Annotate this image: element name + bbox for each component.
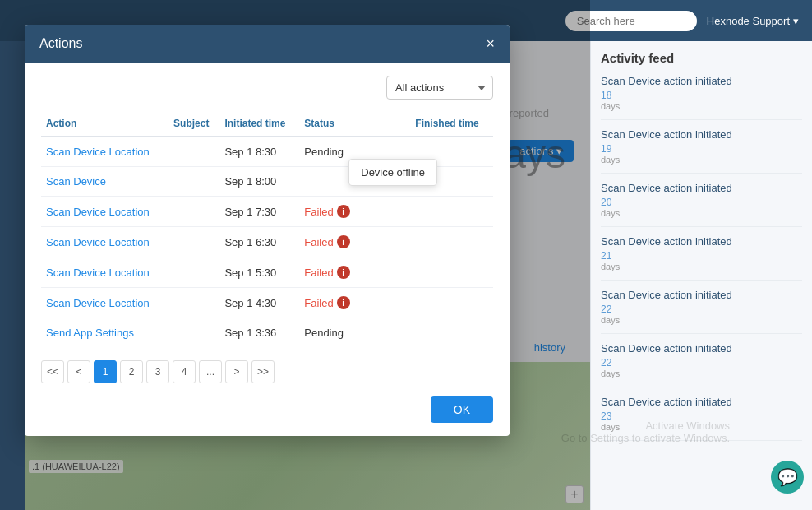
user-menu[interactable]: Hexnode Support ▾ xyxy=(707,15,799,27)
modal-title: Actions xyxy=(39,36,82,51)
user-label: Hexnode Support xyxy=(707,15,790,27)
activity-time: 21 days xyxy=(601,249,802,271)
cell-subject xyxy=(168,167,219,197)
cell-action: Scan Device Location xyxy=(41,288,168,318)
cell-action: Scan Device Location xyxy=(41,197,168,227)
activity-action-label: Scan Device action initiated xyxy=(601,182,802,194)
activity-days-unit: days xyxy=(601,369,802,378)
table-row: Scan Device LocationSep 1 4:30Failed i xyxy=(41,288,493,318)
activity-items-list: Scan Device action initiated18 daysScan … xyxy=(601,75,802,441)
device-offline-tooltip: Device offline xyxy=(348,159,437,186)
activity-action-label: Scan Device action initiated xyxy=(601,128,802,141)
activity-time: 19 days xyxy=(601,142,802,165)
table-row: Scan DeviceSep 1 8:00Device offline xyxy=(41,167,493,197)
activity-time: 20 days xyxy=(601,196,802,218)
cell-initiated: Sep 1 6:30 xyxy=(219,227,299,257)
cell-initiated: Sep 1 5:30 xyxy=(219,257,299,288)
col-subject: Subject xyxy=(168,111,219,137)
activity-action-label: Scan Device action initiated xyxy=(601,75,802,87)
activity-time: 22 days xyxy=(601,356,802,378)
page-3-button[interactable]: 3 xyxy=(146,360,169,383)
cell-subject xyxy=(168,197,219,227)
cell-subject xyxy=(168,227,219,257)
info-icon[interactable]: i xyxy=(337,235,350,248)
cell-initiated: Sep 1 8:00 xyxy=(219,167,299,197)
cell-action: Scan Device Location xyxy=(41,227,168,257)
cell-status: Pending xyxy=(299,318,410,348)
status-failed: Failed i xyxy=(304,266,405,279)
activity-days-unit: days xyxy=(601,208,802,218)
cell-finished xyxy=(410,257,493,288)
status-failed: Failed i xyxy=(304,205,405,218)
activity-item: Scan Device action initiated19 days xyxy=(601,128,802,174)
table-row: Scan Device LocationSep 1 7:30Failed i xyxy=(41,197,493,227)
col-initiated: Initiated time xyxy=(219,111,299,137)
cell-action: Scan Device xyxy=(41,167,168,197)
cell-status: Failed i xyxy=(299,227,410,257)
page-1-button[interactable]: 1 xyxy=(94,360,117,383)
cell-finished xyxy=(410,318,493,348)
filter-select[interactable]: All actionsPendingFailedCompleted xyxy=(386,76,493,100)
info-icon[interactable]: i xyxy=(337,296,350,309)
page-next-button[interactable]: > xyxy=(225,360,248,383)
activity-days-value: 20 xyxy=(601,197,611,208)
cell-subject xyxy=(168,318,219,348)
status-failed: Failed i xyxy=(304,296,405,309)
cell-subject xyxy=(168,288,219,318)
ok-button[interactable]: OK xyxy=(431,396,493,423)
modal-footer: OK xyxy=(25,396,510,436)
activity-item: Scan Device action initiated22 days xyxy=(601,342,802,387)
cell-action: Send App Settings xyxy=(41,318,168,348)
cell-status: Failed i xyxy=(299,197,410,227)
cell-initiated: Sep 1 3:36 xyxy=(219,318,299,348)
modal-close-button[interactable]: × xyxy=(486,36,495,51)
activity-days-value: 22 xyxy=(601,357,611,369)
activity-days-value: 23 xyxy=(601,410,611,422)
cell-action: Scan Device Location xyxy=(41,137,168,167)
cell-action: Scan Device Location xyxy=(41,257,168,288)
user-dropdown-icon: ▾ xyxy=(793,15,799,27)
page-last-button[interactable]: >> xyxy=(251,360,275,383)
activity-item: Scan Device action initiated23 days xyxy=(601,396,802,441)
cell-finished xyxy=(410,197,493,227)
col-action: Action xyxy=(41,111,168,137)
table-header: Action Subject Initiated time Status Fin… xyxy=(41,111,493,137)
info-icon[interactable]: i xyxy=(337,205,350,218)
activity-days-unit: days xyxy=(601,101,802,111)
cell-initiated: Sep 1 4:30 xyxy=(219,288,299,318)
chat-bubble[interactable]: 💬 xyxy=(771,461,804,494)
page-ellipsis: ... xyxy=(199,360,222,383)
activity-days-unit: days xyxy=(601,315,802,325)
activity-feed-panel: Activity feed Scan Device action initiat… xyxy=(590,41,812,510)
activity-days-value: 18 xyxy=(601,90,611,101)
table-row: Scan Device LocationSep 1 5:30Failed i xyxy=(41,257,493,288)
modal-header: Actions × xyxy=(25,25,510,63)
chat-icon: 💬 xyxy=(777,467,798,487)
page-prev-button[interactable]: < xyxy=(67,360,90,383)
page-first-button[interactable]: << xyxy=(41,360,64,383)
status-failed: Failed i xyxy=(304,235,405,248)
activity-days-unit: days xyxy=(601,155,802,165)
activity-action-label: Scan Device action initiated xyxy=(601,396,802,408)
actions-table: Action Subject Initiated time Status Fin… xyxy=(41,111,493,347)
activity-item: Scan Device action initiated21 days xyxy=(601,235,802,280)
activity-feed-title: Activity feed xyxy=(601,51,802,65)
activity-time: 18 days xyxy=(601,89,802,111)
col-status: Status xyxy=(299,111,410,137)
modal-body: All actionsPendingFailedCompleted Action… xyxy=(25,63,510,396)
page-4-button[interactable]: 4 xyxy=(173,360,196,383)
info-icon[interactable]: i xyxy=(337,266,350,279)
col-finished: Finished time xyxy=(410,111,493,137)
activity-item: Scan Device action initiated18 days xyxy=(601,75,802,120)
activity-days-unit: days xyxy=(601,262,802,271)
activity-action-label: Scan Device action initiated xyxy=(601,342,802,355)
table-row: Send App SettingsSep 1 3:36Pending xyxy=(41,318,493,348)
activity-item: Scan Device action initiated22 days xyxy=(601,289,802,334)
cell-initiated: Sep 1 7:30 xyxy=(219,197,299,227)
table-body: Scan Device LocationSep 1 8:30PendingSca… xyxy=(41,137,493,347)
cell-status: Device offline xyxy=(299,167,410,197)
pagination: <<<1234...>>> xyxy=(41,360,493,383)
activity-time: 22 days xyxy=(601,303,802,325)
actions-modal: Actions × All actionsPendingFailedComple… xyxy=(25,25,510,436)
page-2-button[interactable]: 2 xyxy=(120,360,143,383)
